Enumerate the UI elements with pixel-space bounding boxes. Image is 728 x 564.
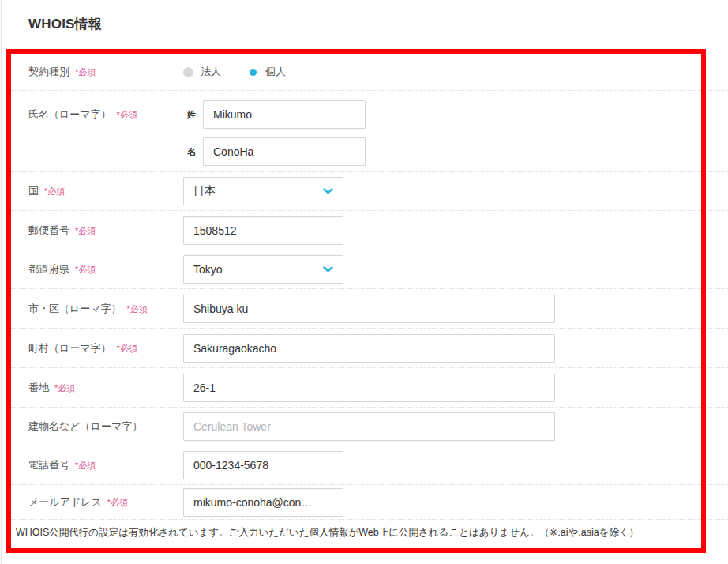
row-postal-code: 郵便番号*必須 <box>11 211 728 250</box>
row-country: 国*必須 日本 <box>11 172 728 211</box>
first-name-input[interactable] <box>203 137 366 166</box>
row-street-number: 番地*必須 <box>11 368 728 408</box>
chevron-down-icon <box>323 188 333 194</box>
row-building-name: 建物名など（ローマ字） <box>11 408 728 446</box>
contract-type-options: 法人 個人 <box>183 65 286 79</box>
field-label: 契約種別 <box>28 66 69 77</box>
field-label: 都道府県 <box>28 263 69 275</box>
radio-unselected-icon[interactable] <box>183 67 193 77</box>
field-label: 電話番号 <box>28 459 69 471</box>
last-name-field: 姓 <box>183 100 366 129</box>
row-email: メールアドレス*必須 <box>11 485 728 520</box>
prefecture-label: 都道府県*必須 <box>28 262 183 276</box>
chevron-down-icon <box>323 266 333 273</box>
field-label: 建物名など（ローマ字） <box>28 420 142 432</box>
row-name-romaji: 氏名（ローマ字）*必須 姓 名 <box>11 91 728 172</box>
prefecture-select[interactable]: Tokyo <box>183 255 343 284</box>
city-label: 市・区（ローマ字）*必須 <box>28 302 183 316</box>
email-input[interactable] <box>183 488 343 517</box>
last-name-input[interactable] <box>203 100 366 129</box>
whois-form: 契約種別*必須 法人 個人 氏名（ローマ字）*必須 姓 <box>11 54 728 540</box>
field-label: 郵便番号 <box>28 224 69 236</box>
row-prefecture: 都道府県*必須 Tokyo <box>11 250 728 289</box>
phone-number-input[interactable] <box>183 451 343 479</box>
row-phone-number: 電話番号*必須 <box>11 446 728 485</box>
postal-code-input[interactable] <box>183 216 343 245</box>
city-input[interactable] <box>183 295 555 323</box>
street-number-label: 番地*必須 <box>28 381 183 395</box>
radio-selected-icon[interactable] <box>248 67 258 77</box>
email-label: メールアドレス*必須 <box>28 495 183 509</box>
required-badge: *必須 <box>107 498 128 507</box>
required-badge: *必須 <box>75 265 96 274</box>
field-label: 番地 <box>28 382 49 393</box>
building-name-input[interactable] <box>183 412 555 441</box>
row-city: 市・区（ローマ字）*必須 <box>11 289 728 329</box>
whois-form-page: WHOIS情報 契約種別*必須 法人 個人 氏名（ローマ字）*必須 <box>0 0 728 564</box>
town-input[interactable] <box>183 334 555 363</box>
radio-corporate-label[interactable]: 法人 <box>201 65 221 79</box>
last-name-sublabel: 姓 <box>187 109 203 121</box>
town-label: 町村（ローマ字）*必須 <box>28 341 183 355</box>
phone-number-label: 電話番号*必須 <box>28 458 183 472</box>
required-badge: *必須 <box>54 383 75 393</box>
name-romaji-label: 氏名（ローマ字）*必須 <box>28 100 183 122</box>
page-title: WHOIS情報 <box>28 15 102 33</box>
field-label: 市・区（ローマ字） <box>28 303 122 314</box>
required-badge: *必須 <box>75 461 96 470</box>
building-name-label: 建物名など（ローマ字） <box>28 419 183 434</box>
radio-personal[interactable]: 個人 <box>248 65 286 79</box>
country-select[interactable]: 日本 <box>183 177 343 205</box>
contract-type-label: 契約種別*必須 <box>28 65 183 79</box>
required-badge: *必須 <box>127 304 148 314</box>
row-contract-type: 契約種別*必須 法人 個人 <box>11 54 728 91</box>
field-label: 氏名（ローマ字） <box>28 108 111 120</box>
postal-code-label: 郵便番号*必須 <box>28 224 183 238</box>
prefecture-select-value: Tokyo <box>193 263 223 276</box>
name-fields: 姓 名 <box>183 100 366 166</box>
required-badge: *必須 <box>44 186 65 196</box>
country-select-value: 日本 <box>193 184 216 198</box>
row-town: 町村（ローマ字）*必須 <box>11 329 728 368</box>
required-badge: *必須 <box>117 344 137 353</box>
radio-personal-label[interactable]: 個人 <box>265 65 286 79</box>
first-name-field: 名 <box>183 137 366 166</box>
field-label: 町村（ローマ字） <box>28 342 111 354</box>
whois-privacy-note: WHOIS公開代行の設定は有効化されています。ご入力いただいた個人情報がWeb上… <box>11 520 728 540</box>
first-name-sublabel: 名 <box>187 146 203 158</box>
field-label: メールアドレス <box>28 496 102 508</box>
country-label: 国*必須 <box>28 184 183 198</box>
required-badge: *必須 <box>75 67 96 77</box>
page-left-edge-line <box>1 0 2 564</box>
street-number-input[interactable] <box>183 374 555 402</box>
radio-corporate[interactable]: 法人 <box>183 65 221 79</box>
field-label: 国 <box>28 185 39 197</box>
required-badge: *必須 <box>117 110 137 119</box>
required-badge: *必須 <box>75 226 96 235</box>
